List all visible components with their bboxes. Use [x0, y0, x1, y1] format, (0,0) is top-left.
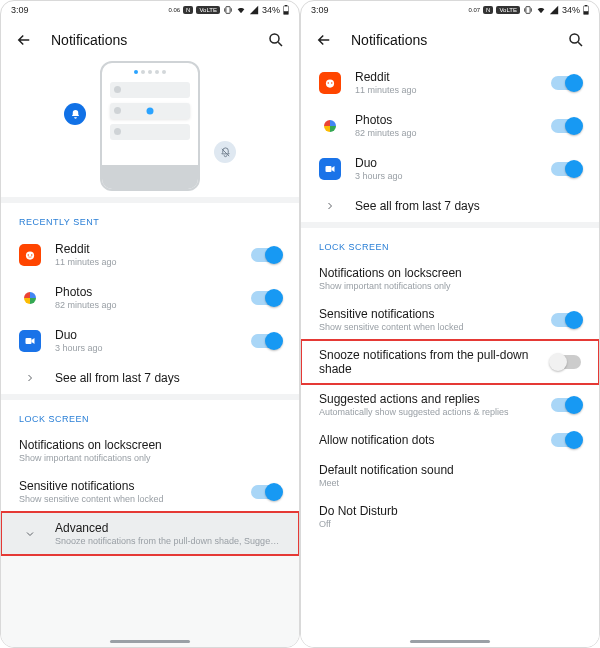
section-lock-screen: LOCK SCREEN	[1, 400, 299, 430]
nav-handle[interactable]	[410, 640, 490, 643]
row-snooze-notifications[interactable]: Snooze notifications from the pull-down …	[301, 340, 599, 384]
status-time: 3:09	[11, 5, 29, 15]
phone-right: 3:09 0.07 N VoLTE 34% Notifications Redd…	[300, 0, 600, 648]
row-sensitive-notifications[interactable]: Sensitive notificationsShow sensitive co…	[1, 471, 299, 512]
toggle-sensitive[interactable]	[551, 313, 581, 327]
app-row-reddit[interactable]: Reddit11 minutes ago	[1, 233, 299, 276]
battery-icon	[583, 5, 589, 15]
toggle-suggested[interactable]	[551, 398, 581, 412]
header: Notifications	[301, 19, 599, 61]
photos-icon	[319, 115, 341, 137]
app-row-photos[interactable]: Photos82 minutes ago	[301, 104, 599, 147]
toggle-duo[interactable]	[251, 334, 281, 348]
status-bar: 3:09 0.07 N VoLTE 34%	[301, 1, 599, 19]
signal-icon	[249, 5, 259, 15]
back-button[interactable]	[315, 31, 333, 49]
row-allow-dots[interactable]: Allow notification dots	[301, 425, 599, 455]
status-time: 3:09	[311, 5, 329, 15]
svg-point-7	[31, 254, 33, 256]
chevron-right-icon	[319, 200, 341, 212]
svg-point-14	[326, 79, 334, 87]
row-suggested-actions[interactable]: Suggested actions and repliesAutomatical…	[301, 384, 599, 425]
toggle-sensitive[interactable]	[251, 485, 281, 499]
back-button[interactable]	[15, 31, 33, 49]
wifi-icon	[536, 5, 546, 15]
svg-point-5	[26, 251, 34, 259]
row-advanced[interactable]: AdvancedSnooze notifications from the pu…	[1, 512, 299, 555]
toggle-photos[interactable]	[251, 291, 281, 305]
hero-illustration	[1, 61, 299, 197]
row-do-not-disturb[interactable]: Do Not DisturbOff	[301, 496, 599, 537]
section-lock-screen: LOCK SCREEN	[301, 228, 599, 258]
battery-text: 34%	[262, 5, 280, 15]
search-button[interactable]	[567, 31, 585, 49]
toggle-snooze[interactable]	[551, 355, 581, 369]
app-row-photos[interactable]: Photos82 minutes ago	[1, 276, 299, 319]
duo-icon	[319, 158, 341, 180]
svg-rect-11	[585, 5, 587, 6]
row-notifications-lockscreen[interactable]: Notifications on lockscreenShow importan…	[1, 430, 299, 471]
row-notifications-lockscreen[interactable]: Notifications on lockscreenShow importan…	[301, 258, 599, 299]
svg-point-16	[331, 82, 333, 84]
toggle-reddit[interactable]	[251, 248, 281, 262]
svg-rect-8	[26, 338, 32, 344]
svg-point-13	[570, 34, 579, 43]
row-sensitive-notifications[interactable]: Sensitive notificationsShow sensitive co…	[301, 299, 599, 340]
vibrate-icon	[223, 5, 233, 15]
reddit-icon	[19, 244, 41, 266]
n-icon: N	[483, 6, 493, 14]
svg-point-6	[27, 254, 29, 256]
duo-icon	[19, 330, 41, 352]
volte-icon: VoLTE	[496, 6, 520, 14]
phone-left: 3:09 0.06 N VoLTE 34% Notifications	[0, 0, 300, 648]
svg-rect-12	[584, 12, 588, 15]
wifi-icon	[236, 5, 246, 15]
app-row-reddit[interactable]: Reddit11 minutes ago	[301, 61, 599, 104]
app-row-duo[interactable]: Duo3 hours ago	[1, 319, 299, 362]
bell-icon	[64, 103, 86, 125]
svg-rect-0	[226, 7, 230, 14]
chevron-down-icon	[19, 528, 41, 540]
signal-icon	[549, 5, 559, 15]
bell-off-icon	[214, 141, 236, 163]
toggle-photos[interactable]	[551, 119, 581, 133]
photos-icon	[19, 287, 41, 309]
svg-rect-17	[326, 166, 332, 172]
battery-icon	[283, 5, 289, 15]
see-all-row[interactable]: See all from last 7 days	[301, 190, 599, 222]
toggle-reddit[interactable]	[551, 76, 581, 90]
row-default-sound[interactable]: Default notification soundMeet	[301, 455, 599, 496]
svg-rect-3	[284, 12, 288, 15]
vibrate-icon	[523, 5, 533, 15]
header: Notifications	[1, 19, 299, 61]
search-button[interactable]	[267, 31, 285, 49]
chevron-right-icon	[19, 372, 41, 384]
section-recently-sent: RECENTLY SENT	[1, 203, 299, 233]
reddit-icon	[319, 72, 341, 94]
n-icon: N	[183, 6, 193, 14]
svg-point-4	[270, 34, 279, 43]
nav-handle[interactable]	[110, 640, 190, 643]
app-row-duo[interactable]: Duo3 hours ago	[301, 147, 599, 190]
svg-point-15	[327, 82, 329, 84]
see-all-row[interactable]: See all from last 7 days	[1, 362, 299, 394]
svg-rect-2	[285, 5, 287, 6]
svg-rect-9	[526, 7, 530, 14]
toggle-duo[interactable]	[551, 162, 581, 176]
volte-icon: VoLTE	[196, 6, 220, 14]
page-title: Notifications	[51, 32, 249, 48]
page-title: Notifications	[351, 32, 549, 48]
toggle-dots[interactable]	[551, 433, 581, 447]
battery-text: 34%	[562, 5, 580, 15]
status-bar: 3:09 0.06 N VoLTE 34%	[1, 1, 299, 19]
